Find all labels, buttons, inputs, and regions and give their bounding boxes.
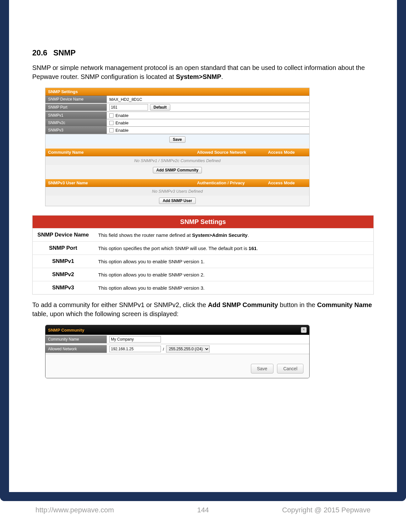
desc-key-1: SNMP Port: [33, 242, 94, 255]
desc-val-1-a: This option specifies the port which SNM…: [98, 246, 249, 251]
footer-copyright: Copyright @ 2015 Pepwave: [282, 506, 371, 514]
row-snmpv2c: SNMPv2c Enable: [45, 119, 309, 127]
desc-key-0: SNMP Device Name: [33, 228, 94, 242]
input-allowed-network-ip[interactable]: [109, 346, 161, 352]
col-v3-access-mode: Access Mode: [268, 180, 307, 185]
dialog-label-name: Community Name: [45, 335, 107, 343]
label-snmp-port: SNMP Port: [45, 104, 107, 111]
footer-url: http://www.pepwave.com: [35, 506, 114, 514]
slash-separator: /: [163, 347, 164, 352]
desc-val-1: This option specifies the port which SNM…: [94, 242, 374, 255]
desc-val-1-b: 161: [249, 246, 257, 251]
v3user-table: SNMPv3 User Name Authentication / Privac…: [45, 179, 309, 206]
table-row: SNMPv3 This option allows you to enable …: [33, 281, 374, 295]
intro-text-b: System>SNMP: [176, 73, 221, 80]
v3user-add-row: Add SNMP User: [45, 196, 309, 206]
section-heading: 20.6 SNMP: [32, 48, 374, 57]
snmp-settings-description-table: SNMP Settings SNMP Device Name This fiel…: [32, 215, 374, 295]
default-port-button[interactable]: Default: [150, 104, 170, 111]
after-d: Community Name: [317, 301, 372, 308]
dialog-save-button[interactable]: Save: [251, 364, 273, 373]
dialog-title: SNMP Community: [48, 328, 84, 333]
dialog-cancel-button[interactable]: Cancel: [277, 364, 303, 373]
row-device-name: SNMP Device Name MAX_HD2_8D1C: [45, 96, 309, 103]
row-snmp-port: SNMP Port Default: [45, 103, 309, 112]
checkbox-snmpv3[interactable]: [109, 128, 114, 132]
save-button[interactable]: Save: [169, 136, 185, 143]
col-auth-privacy: Authentication / Privacy: [197, 180, 268, 185]
add-snmp-community-button[interactable]: Add SNMP Community: [153, 167, 202, 173]
section-number: 20.6: [32, 48, 47, 57]
dialog-row-network: Allowed Network / 255.255.255.0 (/24): [45, 344, 309, 354]
page-content: 20.6 SNMP SNMP or simple network managem…: [32, 48, 374, 378]
checkbox-snmpv2c[interactable]: [109, 121, 114, 125]
enable-snmpv2c: Enable: [115, 121, 128, 125]
table-row: SNMPv2 This option allows you to enable …: [33, 268, 374, 281]
after-a: To add a community for either SNMPv1 or …: [32, 301, 208, 308]
col-community-name: Community Name: [48, 150, 197, 155]
intro-text-c: .: [221, 73, 223, 80]
desc-val-3: This option allows you to enable SNMP ve…: [94, 268, 374, 281]
desc-val-2: This option allows you to enable SNMP ve…: [94, 255, 374, 268]
label-snmpv3: SNMPv3: [45, 127, 107, 134]
community-table: Community Name Allowed Source Network Ac…: [45, 149, 309, 175]
enable-snmpv1: Enable: [115, 113, 128, 118]
desc-val-0-c: .: [248, 232, 249, 238]
close-icon[interactable]: ×: [301, 327, 307, 333]
dialog-row-name: Community Name: [45, 335, 309, 344]
label-device-name: SNMP Device Name: [45, 96, 107, 103]
desc-val-0-b: System>Admin Security: [192, 232, 248, 238]
snmp-settings-header: SNMP Settings: [45, 88, 309, 96]
desc-val-0: This field shows the router name defined…: [94, 228, 374, 242]
desc-key-2: SNMPv1: [33, 255, 94, 268]
section-title: SNMP: [53, 48, 75, 57]
desc-table-title: SNMP Settings: [33, 216, 374, 228]
desc-val-1-c: .: [257, 246, 258, 251]
label-snmpv1: SNMPv1: [45, 112, 107, 119]
after-b: Add SNMP Community: [208, 301, 278, 308]
save-row: Save: [45, 134, 309, 145]
community-header: Community Name Allowed Source Network Ac…: [45, 149, 309, 156]
col-v3-user-name: SNMPv3 User Name: [48, 180, 197, 185]
desc-key-4: SNMPv3: [33, 281, 94, 295]
select-subnet-mask[interactable]: 255.255.255.0 (/24): [166, 345, 210, 353]
table-row: SNMP Port This option specifies the port…: [33, 242, 374, 255]
after-e: table, upon which the following screen i…: [32, 310, 179, 317]
dialog-titlebar: SNMP Community ×: [45, 325, 309, 335]
row-snmpv3: SNMPv3 Enable: [45, 127, 309, 134]
v3user-empty: No SNMPv3 Users Defined: [45, 187, 309, 196]
add-snmp-user-button[interactable]: Add SNMP User: [159, 198, 195, 204]
input-snmp-port[interactable]: [109, 104, 148, 111]
document-footer: http://www.pepwave.com 144 Copyright @ 2…: [0, 506, 406, 514]
snmp-community-dialog: SNMP Community × Community Name Allowed …: [45, 325, 310, 378]
dialog-label-network: Allowed Network: [45, 345, 107, 353]
desc-val-0-a: This field shows the router name defined…: [98, 232, 192, 238]
desc-val-4: This option allows you to enable SNMP ve…: [94, 281, 374, 295]
community-add-row: Add SNMP Community: [45, 165, 309, 175]
after-c: button in the: [278, 301, 317, 308]
label-snmpv2c: SNMPv2c: [45, 119, 107, 126]
table-row: SNMPv1 This option allows you to enable …: [33, 255, 374, 268]
page-number: 144: [197, 506, 209, 514]
enable-snmpv3: Enable: [115, 128, 128, 133]
dialog-footer: Save Cancel: [45, 354, 309, 378]
intro-paragraph: SNMP or simple network management protoc…: [32, 63, 374, 81]
community-empty: No SNMPv1 / SNMPv2c Communities Defined: [45, 156, 309, 165]
checkbox-snmpv1[interactable]: [109, 113, 114, 118]
table-row: SNMP Device Name This field shows the ro…: [33, 228, 374, 242]
snmp-settings-screenshot: SNMP Settings SNMP Device Name MAX_HD2_8…: [45, 88, 310, 206]
dialog-body: Community Name Allowed Network / 255.255…: [45, 335, 309, 354]
desc-key-3: SNMPv2: [33, 268, 94, 281]
after-table-paragraph: To add a community for either SNMPv1 or …: [32, 300, 374, 318]
input-community-name[interactable]: [109, 336, 161, 343]
value-device-name: MAX_HD2_8D1C: [109, 97, 142, 102]
col-access-mode: Access Mode: [268, 150, 307, 155]
row-snmpv1: SNMPv1 Enable: [45, 112, 309, 119]
col-allowed-source: Allowed Source Network: [197, 150, 268, 155]
v3user-header: SNMPv3 User Name Authentication / Privac…: [45, 179, 309, 187]
